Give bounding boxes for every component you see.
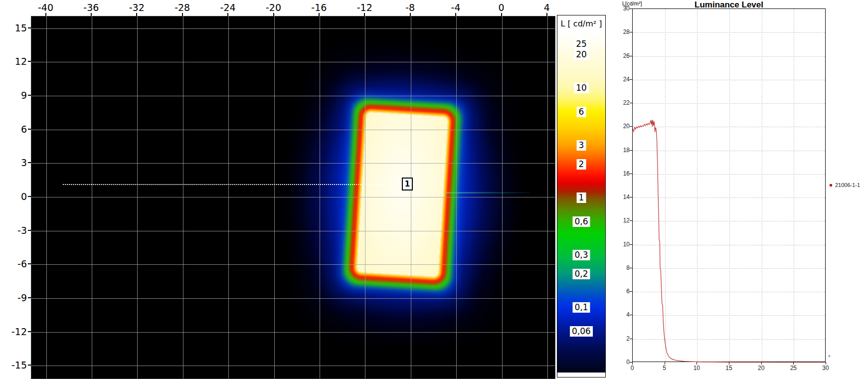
chart-y-tick-label: 8: [610, 264, 630, 271]
chart-y-tick-label: 14: [610, 193, 630, 200]
heatmap-y-tick: [28, 297, 31, 298]
luminous-rectangle: [356, 112, 448, 277]
heatmap-y-tick: [28, 162, 31, 163]
heatmap-y-tick: [28, 331, 31, 332]
colorbar-scale-label: 3: [577, 140, 586, 151]
chart-y-tick: [630, 291, 632, 292]
profile-marker-1[interactable]: 1: [402, 178, 413, 190]
heatmap-x-tick: [546, 13, 547, 16]
heatmap-gridline-h: [31, 264, 555, 265]
chart-y-tick-label: 0: [610, 359, 630, 366]
heatmap-y-tick-label: -3: [0, 224, 27, 236]
heatmap-x-tick-label: -20: [256, 2, 291, 13]
chart-y-tick: [630, 8, 632, 9]
heatmap-gridline-h: [31, 130, 555, 130]
heatmap-y-tick: [28, 95, 31, 96]
chart-y-tick: [630, 268, 632, 268]
chart-y-tick: [630, 150, 632, 151]
heatmap-x-tick-label: -32: [119, 2, 154, 13]
heatmap-x-tick: [45, 13, 46, 16]
heatmap-gridline-v: [137, 16, 138, 379]
heatmap-y-tick-label: -12: [0, 326, 27, 338]
colorbar-scale-label: 0,6: [572, 216, 590, 227]
chart-y-tick: [630, 56, 632, 56]
heatmap-x-tick: [182, 13, 183, 16]
luminance-curve: [633, 9, 826, 363]
chart-y-tick: [630, 32, 632, 32]
heatmap-y-tick: [28, 263, 31, 264]
colorbar-scale-label: 20: [574, 49, 589, 60]
heatmap-gridline-v: [183, 16, 183, 379]
heatmap-gridline-v: [502, 16, 503, 379]
chart-y-tick: [630, 220, 632, 221]
heatmap-x-tick-label: 4: [529, 2, 564, 13]
heatmap-x-tick-label: -12: [347, 2, 382, 13]
chart-y-tick-label: 6: [610, 288, 630, 295]
heatmap-gridline-v: [547, 16, 548, 379]
heatmap-x-tick: [227, 13, 228, 16]
chart-y-tick-label: 24: [610, 76, 630, 83]
heatmap-y-tick-label: -9: [0, 292, 27, 304]
heatmap-gridline-h: [31, 62, 555, 62]
heatmap-x-tick-label: -40: [28, 2, 63, 13]
heatmap-gridline-v: [411, 16, 411, 379]
heatmap-x-tick: [136, 13, 137, 16]
luminance-map-panel: 1 -40-36-32-28-24-20-16-12-8-40415129630…: [0, 0, 557, 379]
heatmap-x-tick: [364, 13, 365, 16]
chart-x-tick-label: 0: [622, 365, 642, 372]
heatmap-y-tick-label: 6: [0, 123, 27, 135]
heatmap-gridline-h: [31, 96, 555, 96]
heatmap-gridline-h: [31, 197, 555, 197]
luminance-level-chart: L[cd/m²] Luminance Level 051015202530024…: [606, 0, 868, 379]
heatmap-x-tick-label: -28: [165, 2, 200, 13]
heatmap-gridline-v: [320, 16, 320, 379]
legend-series-label: 21006-1-1: [835, 182, 860, 188]
colorbar-scale-label: 6: [577, 107, 586, 117]
heatmap-y-tick: [28, 230, 31, 231]
heatmap-y-tick: [28, 129, 31, 130]
heatmap-plot[interactable]: 1: [31, 16, 555, 379]
chart-y-tick-label: 28: [610, 28, 630, 35]
chart-y-tick-label: 30: [610, 5, 630, 12]
heatmap-x-tick: [273, 13, 274, 16]
heatmap-gridline-h: [31, 231, 555, 231]
legend-marker-icon: [830, 184, 832, 187]
heatmap-x-tick: [455, 13, 456, 16]
profile-line-1[interactable]: [63, 184, 403, 185]
heatmap-gridline-h: [31, 298, 555, 299]
heatmap-x-tick: [91, 13, 92, 16]
chart-y-tick-label: 26: [610, 52, 630, 59]
heatmap-x-tick-label: -16: [302, 2, 337, 13]
colorbar-scale-label: 0,2: [572, 269, 590, 279]
colorbar-scale-label: 2: [577, 159, 586, 170]
chart-y-tick: [630, 174, 632, 174]
heatmap-x-tick-label: -24: [210, 2, 245, 13]
heatmap-y-tick-label: 9: [0, 89, 27, 101]
heatmap-x-tick-label: -36: [74, 2, 109, 13]
heatmap-x-tick-label: 0: [484, 2, 519, 13]
chart-y-tick-label: 10: [610, 241, 630, 248]
heatmap-x-tick: [319, 13, 320, 16]
heatmap-gridline-v: [46, 16, 47, 379]
heatmap-gridline-v: [365, 16, 365, 379]
colorbar-scale-label: 10: [574, 83, 589, 93]
chart-y-tick: [630, 315, 632, 315]
stray-light-streak: [446, 192, 529, 193]
chart-y-tick: [630, 79, 632, 80]
heatmap-x-tick: [410, 13, 411, 16]
heatmap-y-tick: [28, 196, 31, 197]
chart-y-tick: [630, 244, 632, 245]
chart-plot-area[interactable]: [632, 8, 826, 362]
heatmap-y-tick-label: -15: [0, 359, 27, 371]
heatmap-x-tick-label: -8: [393, 2, 428, 13]
chart-y-tick: [630, 103, 632, 103]
chart-legend[interactable]: 21006-1-1: [830, 182, 860, 188]
heatmap-gridline-v: [92, 16, 92, 379]
chart-y-tick: [630, 126, 632, 127]
chart-y-tick-label: 4: [610, 311, 630, 318]
colorbar-scale-label: 1: [577, 192, 586, 203]
heatmap-gridline-h: [31, 332, 555, 333]
heatmap-x-tick-label: -4: [438, 2, 473, 13]
colorbar-scale-label: 0,3: [572, 250, 590, 260]
chart-y-tick-label: 2: [610, 335, 630, 342]
